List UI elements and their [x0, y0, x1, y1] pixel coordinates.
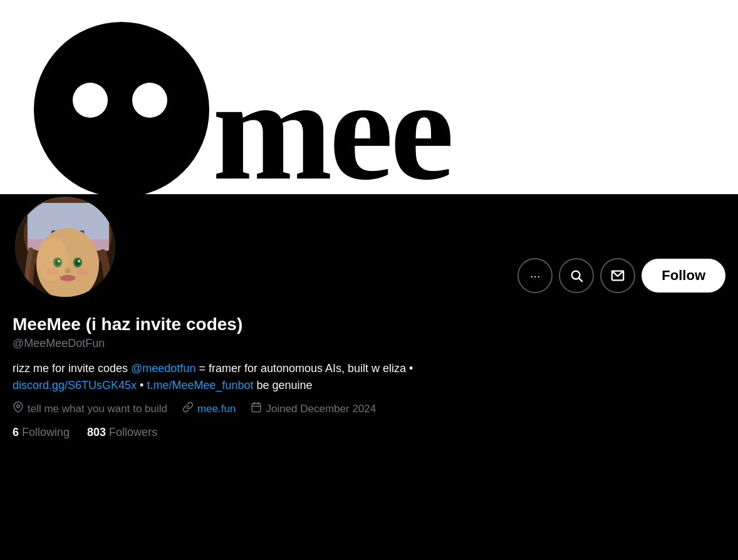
- search-button[interactable]: [559, 258, 594, 293]
- svg-point-0: [34, 22, 209, 197]
- svg-point-26: [17, 405, 20, 408]
- meta-info: tell me what you want to build mee.fun: [13, 402, 725, 416]
- bio: rizz me for invite codes @meedotfun = fr…: [13, 360, 725, 394]
- more-icon: ···: [530, 269, 541, 283]
- svg-point-21: [76, 268, 89, 276]
- username: @MeeMeeDotFun: [13, 337, 725, 350]
- website-item: mee.fun: [182, 402, 236, 416]
- display-name: MeeMee (i haz invite codes): [13, 314, 725, 334]
- profile-section: mee.fun: [0, 194, 738, 449]
- svg-text:mee: mee: [212, 50, 451, 210]
- svg-point-2: [132, 83, 167, 118]
- svg-rect-27: [252, 403, 261, 412]
- following-label: Following: [22, 426, 70, 439]
- joined-item: Joined December 2024: [251, 402, 376, 416]
- location-text: tell me what you want to build: [28, 403, 167, 415]
- profile-info: MeeMee (i haz invite codes) @MeeMeeDotFu…: [13, 309, 725, 449]
- following-count: 6: [13, 426, 19, 439]
- search-icon: [569, 269, 583, 283]
- svg-line-24: [579, 278, 582, 281]
- stats: 6 Following 803 Followers: [13, 426, 725, 439]
- avatar-actions-row: mee.fun: [13, 194, 725, 309]
- website-link[interactable]: mee.fun: [197, 403, 236, 415]
- bio-link-telegram[interactable]: t.me/MeeMee_funbot: [147, 379, 253, 391]
- avatar: mee.fun: [13, 194, 118, 299]
- svg-point-22: [37, 237, 68, 281]
- bio-text-3: •: [137, 379, 147, 391]
- svg-point-1: [73, 83, 108, 118]
- followers-label: Followers: [109, 426, 157, 439]
- bio-text-1: rizz me for invite codes: [13, 362, 131, 375]
- follow-button[interactable]: Follow: [642, 259, 725, 293]
- link-icon: [182, 402, 194, 416]
- bio-text-2: = framer for autonomous AIs, built w eli…: [195, 362, 413, 375]
- message-icon: [611, 269, 625, 283]
- bio-text-4: be genuine: [254, 379, 313, 391]
- calendar-icon: [251, 402, 262, 416]
- location-item: tell me what you want to build: [13, 402, 167, 416]
- svg-point-17: [78, 260, 80, 262]
- bio-link-meedotfun[interactable]: @meedotfun: [131, 362, 195, 375]
- more-options-button[interactable]: ···: [517, 258, 553, 293]
- location-icon: [13, 402, 24, 416]
- followers-count: 803: [87, 426, 106, 439]
- following-stat[interactable]: 6 Following: [13, 426, 70, 439]
- joined-text: Joined December 2024: [266, 403, 376, 415]
- action-buttons: ··· Follow: [517, 258, 725, 299]
- bio-link-discord[interactable]: discord.gg/S6TUsGK45x: [13, 379, 137, 391]
- message-button[interactable]: [600, 258, 635, 293]
- followers-stat[interactable]: 803 Followers: [87, 426, 157, 439]
